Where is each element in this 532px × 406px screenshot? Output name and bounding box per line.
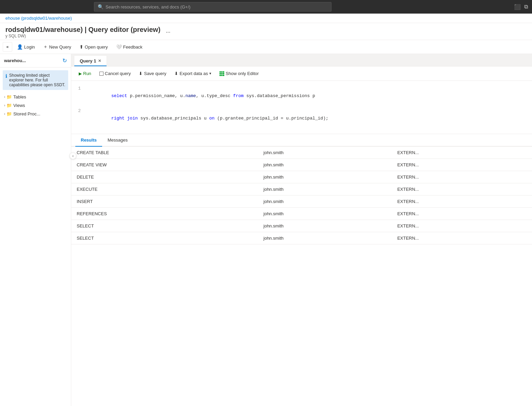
table-cell: DELETE (71, 171, 258, 183)
heart-icon: 🤍 (116, 44, 122, 50)
save-query-button[interactable]: ⬇ Save query (135, 69, 170, 78)
table-cell: john.smith (258, 159, 392, 171)
results-area: Results Messages CREATE TABLEjohn.smithE… (71, 134, 532, 406)
open-query-button[interactable]: ⬆ Open query (76, 42, 111, 51)
table-cell: john.smith (258, 196, 392, 208)
table-row: DELETEjohn.smithEXTERN... (71, 171, 532, 183)
results-tabs: Results Messages (71, 134, 532, 147)
table-cell: EXTERN... (392, 232, 532, 244)
sidebar: warehou... ↻ ℹ Showing limited object ex… (0, 54, 71, 406)
layout-icon-btn[interactable]: ⧉ (524, 4, 528, 10)
table-cell: CREATE VIEW (71, 159, 258, 171)
table-cell: john.smith (258, 183, 392, 196)
table-cell: EXTERN... (392, 220, 532, 232)
chevron-right-icon: › (4, 104, 5, 107)
sql-editor[interactable]: 1 select p.permission_name, u.name, u.ty… (71, 81, 532, 134)
table-row: EXECUTEjohn.smithEXTERN... (71, 183, 532, 196)
run-button[interactable]: ▶ Run (75, 69, 95, 78)
table-cell: EXTERN... (392, 171, 532, 183)
upload-icon: ⬆ (79, 44, 83, 50)
info-icon: ℹ (5, 73, 7, 87)
table-row: REFERENCESjohn.smithEXTERN... (71, 208, 532, 220)
stored-procs-label: Stored Proc... (13, 111, 40, 116)
plus-icon: ＋ (43, 44, 48, 50)
search-bar[interactable]: 🔍 Search resources, services, and docs (… (94, 2, 331, 12)
query-tab-1[interactable]: Query 1 ✕ (74, 55, 107, 66)
dropdown-icon: ▾ (209, 71, 211, 76)
sql-line-1: 1 select p.permission_name, u.name, u.ty… (71, 85, 532, 107)
page-title: rodsqldw01/warehouse) | Query editor (pr… (5, 26, 160, 34)
sidebar-title: warehou... (4, 58, 26, 63)
top-bar: 🔍 Search resources, services, and docs (… (0, 0, 532, 14)
export-data-button[interactable]: ⬇ Export data as ▾ (171, 69, 215, 78)
table-cell: EXECUTE (71, 183, 258, 196)
terminal-icon-btn[interactable]: ⬛ (514, 4, 521, 10)
table-cell: EXTERN... (392, 147, 532, 159)
table-cell: SELECT (71, 220, 258, 232)
folder-icon: 📁 (6, 103, 12, 108)
folder-icon: 📁 (6, 94, 12, 99)
chevron-right-icon: › (4, 95, 5, 99)
info-text: Showing limited object explorer here. Fo… (9, 73, 65, 87)
query-tab-label: Query 1 (80, 58, 96, 63)
info-box: ℹ Showing limited object explorer here. … (3, 70, 68, 90)
table-row: INSERTjohn.smithEXTERN... (71, 196, 532, 208)
sidebar-item-tables[interactable]: › 📁 Tables (0, 93, 71, 101)
sql-line-2: 2 right join sys.database_principals u o… (71, 107, 532, 130)
sidebar-item-stored-procs[interactable]: › 📁 Stored Proc... (0, 110, 71, 118)
table-row: CREATE TABLEjohn.smithEXTERN... (71, 147, 532, 159)
table-cell: john.smith (258, 147, 392, 159)
tables-label: Tables (13, 94, 26, 99)
feedback-button[interactable]: 🤍 Feedback (113, 42, 146, 51)
results-table: CREATE TABLEjohn.smithEXTERN...CREATE VI… (71, 147, 532, 244)
table-row: SELECTjohn.smithEXTERN... (71, 232, 532, 244)
show-only-editor-button[interactable]: Show only Editor (216, 69, 262, 78)
more-options-icon[interactable]: ··· (166, 29, 170, 35)
folder-icon: 📁 (6, 111, 12, 116)
table-cell: john.smith (258, 171, 392, 183)
grid-icon (220, 71, 224, 76)
search-placeholder: Search resources, services, and docs (G+… (106, 4, 190, 10)
table-cell: EXTERN... (392, 208, 532, 220)
login-button[interactable]: 👤 Login (14, 42, 38, 51)
tab-messages[interactable]: Messages (102, 134, 133, 147)
breadcrumb[interactable]: ehouse (prodsqldw01/warehouse) (0, 14, 532, 23)
collapse-sidebar-button[interactable]: « (3, 42, 12, 52)
person-icon: 👤 (17, 44, 23, 50)
new-query-button[interactable]: ＋ New Query (40, 42, 75, 52)
table-row: SELECTjohn.smithEXTERN... (71, 220, 532, 232)
sidebar-header: warehou... ↻ (0, 54, 71, 68)
table-cell: INSERT (71, 196, 258, 208)
table-cell: EXTERN... (392, 196, 532, 208)
table-row: CREATE VIEWjohn.smithEXTERN... (71, 159, 532, 171)
main-layout: warehou... ↻ ℹ Showing limited object ex… (0, 54, 532, 406)
table-cell: SELECT (71, 232, 258, 244)
table-cell: REFERENCES (71, 208, 258, 220)
table-cell: CREATE TABLE (71, 147, 258, 159)
refresh-button[interactable]: ↻ (62, 57, 67, 64)
stop-icon (99, 72, 103, 76)
page-header: rodsqldw01/warehouse) | Query editor (pr… (0, 23, 532, 40)
download-icon: ⬇ (139, 71, 142, 76)
table-cell: EXTERN... (392, 183, 532, 196)
search-icon: 🔍 (98, 4, 103, 10)
collapse-panel-button[interactable]: ‹ (70, 152, 76, 159)
views-label: Views (13, 103, 25, 108)
sidebar-item-views[interactable]: › 📁 Views (0, 101, 71, 110)
editor-toolbar: ▶ Run Cancel query ⬇ Save query ⬇ Export… (71, 67, 532, 81)
table-cell: john.smith (258, 220, 392, 232)
table-cell: john.smith (258, 208, 392, 220)
top-bar-icons: ⬛ ⧉ (514, 4, 528, 10)
toolbar: « 👤 Login ＋ New Query ⬆ Open query 🤍 Fee… (0, 40, 532, 54)
export-icon: ⬇ (174, 71, 178, 76)
chevron-right-icon: › (4, 112, 5, 116)
content-area: Query 1 ✕ ▶ Run Cancel query ⬇ Save quer… (71, 54, 532, 406)
play-icon: ▶ (79, 71, 82, 76)
tab-close-icon[interactable]: ✕ (98, 59, 101, 63)
cancel-query-button[interactable]: Cancel query (96, 69, 134, 78)
table-cell: john.smith (258, 232, 392, 244)
table-cell: EXTERN... (392, 159, 532, 171)
query-tabs: Query 1 ✕ (71, 54, 532, 67)
tab-results[interactable]: Results (75, 134, 102, 147)
page-subtitle: y SQL DW) (5, 34, 160, 38)
